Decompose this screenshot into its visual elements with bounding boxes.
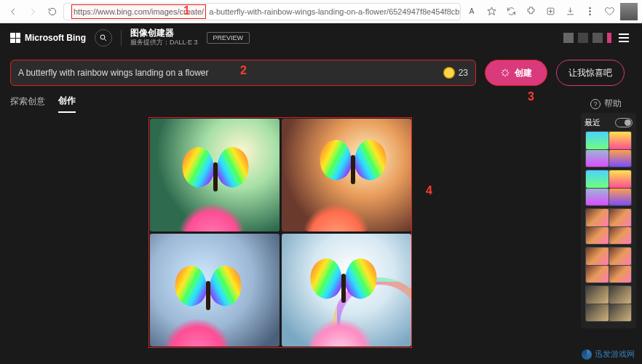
credits-count: 23	[459, 68, 468, 78]
address-bar[interactable]: https://www.bing.com/images/create/ a-bu…	[63, 3, 461, 20]
forward-button[interactable]	[24, 3, 41, 20]
header-chip-2[interactable]	[578, 33, 588, 43]
downloads-icon[interactable]	[561, 3, 579, 20]
preview-badge: PREVIEW	[207, 32, 250, 44]
result-image-2[interactable]	[282, 119, 411, 232]
credits-display[interactable]: 23	[443, 67, 468, 79]
coin-icon	[443, 67, 455, 79]
result-image-1[interactable]	[150, 119, 280, 232]
text-size-indicator[interactable]: A	[463, 3, 480, 20]
svg-point-5	[100, 35, 105, 39]
recent-thumb-1[interactable]	[585, 131, 632, 167]
header-right	[563, 30, 632, 46]
help-link[interactable]: ? 帮助	[590, 98, 622, 110]
brand-text: Microsoft Bing	[25, 33, 86, 43]
prompt-input-container: 23	[10, 60, 476, 86]
tool-subtitle: 服务提供方：DALL·E 3	[130, 38, 198, 47]
main-area: 最近	[0, 113, 642, 348]
recent-thumb-5[interactable]	[585, 285, 632, 322]
favorite-icon[interactable]	[483, 3, 500, 20]
surprise-label: 让我惊喜吧	[568, 67, 612, 79]
url-highlighted-part: https://www.bing.com/images/create/	[71, 4, 206, 19]
prompt-input[interactable]	[18, 68, 436, 78]
sparkle-icon	[500, 68, 510, 78]
tab-explore[interactable]: 探索创意	[10, 95, 45, 112]
browser-menu-icon[interactable]	[581, 3, 598, 20]
refresh-button[interactable]	[44, 3, 61, 20]
result-image-3[interactable]	[150, 234, 280, 347]
svg-point-4	[589, 14, 590, 15]
heart-icon[interactable]	[601, 3, 618, 20]
create-button[interactable]: 创建	[485, 60, 547, 86]
tool-title: 图像创建器	[130, 28, 198, 38]
tabs-row: 探索创意 创作 ? 帮助	[0, 90, 642, 113]
back-button[interactable]	[4, 3, 22, 20]
header-chip-1[interactable]	[563, 33, 574, 43]
microsoft-icon	[10, 33, 20, 43]
header-chip-3[interactable]	[593, 33, 603, 43]
recent-title: 最近	[584, 117, 601, 128]
recent-toggle[interactable]	[615, 118, 633, 127]
profile-avatar[interactable]	[620, 3, 638, 20]
url-rest: a-butterfly-with-rainbow-wings-landing-o…	[209, 7, 461, 16]
help-icon: ?	[590, 99, 601, 109]
svg-point-3	[589, 11, 590, 12]
sync-icon[interactable]	[502, 3, 520, 20]
help-label: 帮助	[604, 98, 622, 110]
extensions-icon[interactable]	[522, 3, 539, 20]
results-grid	[148, 117, 412, 348]
bing-logo[interactable]: Microsoft Bing	[10, 33, 86, 43]
divider	[121, 30, 122, 46]
search-icon[interactable]	[95, 29, 112, 47]
browser-toolbar: https://www.bing.com/images/create/ a-bu…	[0, 0, 642, 23]
watermark-icon	[582, 349, 592, 360]
menu-button[interactable]	[616, 30, 632, 46]
collections-icon[interactable]	[542, 3, 559, 20]
svg-point-2	[589, 7, 590, 9]
app-header: Microsoft Bing 图像创建器 服务提供方：DALL·E 3 PREV…	[0, 23, 642, 52]
rewards-icon[interactable]	[607, 33, 611, 43]
surprise-button[interactable]: 让我惊喜吧	[556, 60, 625, 86]
watermark: 迅发游戏网	[582, 349, 635, 360]
recent-thumb-3[interactable]	[585, 208, 632, 245]
prompt-row: 23 创建 让我惊喜吧	[0, 52, 642, 90]
tab-create[interactable]: 创作	[58, 95, 76, 113]
recent-thumb-2[interactable]	[585, 170, 632, 206]
recent-panel: 最近	[581, 113, 636, 328]
recent-thumb-4[interactable]	[585, 247, 632, 283]
create-label: 创建	[515, 67, 532, 79]
tool-branding: 图像创建器 服务提供方：DALL·E 3	[130, 28, 198, 47]
result-image-4[interactable]	[282, 234, 411, 347]
